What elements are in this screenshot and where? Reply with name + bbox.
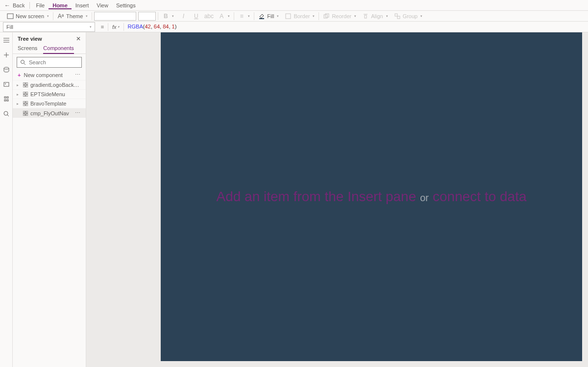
chevron-down-icon: ▾ <box>386 14 388 18</box>
group-label: Group <box>403 13 418 19</box>
align-label: Align <box>371 13 383 19</box>
divider <box>123 23 124 31</box>
strikethrough-icon: abc <box>205 13 212 20</box>
insert-rail-button[interactable] <box>2 51 10 59</box>
svg-rect-19 <box>4 100 6 101</box>
new-component-label: New component <box>24 72 63 78</box>
menu-settings[interactable]: Settings <box>112 1 140 9</box>
group-icon <box>394 13 401 20</box>
underline-icon: U <box>193 13 199 20</box>
close-icon[interactable]: ✕ <box>76 35 81 42</box>
svg-rect-1 <box>259 18 264 19</box>
new-component-button[interactable]: + New component ⋯ <box>13 70 86 80</box>
component-icon <box>23 101 28 106</box>
svg-line-22 <box>7 115 9 116</box>
chevron-right-icon: ▸ <box>17 92 21 97</box>
menu-home[interactable]: Home <box>49 1 72 9</box>
media-rail-button[interactable] <box>2 80 10 88</box>
italic-button[interactable]: I <box>177 11 190 22</box>
tree-view-rail-button[interactable] <box>2 36 10 44</box>
divider <box>318 12 319 20</box>
property-name: Fill <box>6 24 13 30</box>
menu-insert[interactable]: Insert <box>72 1 93 9</box>
svg-rect-27 <box>23 85 25 87</box>
bold-button[interactable]: B▾ <box>159 11 177 22</box>
tree-item[interactable]: ▸ EPTSideMenu <box>13 89 86 99</box>
canvas[interactable]: Add an item from the Insert pane or conn… <box>161 32 582 361</box>
fx-button[interactable]: fx ▾ <box>109 24 122 30</box>
new-screen-button[interactable]: New screen ▾ <box>4 11 52 22</box>
divider <box>92 12 92 20</box>
component-icon <box>23 91 28 97</box>
svg-rect-33 <box>23 101 25 103</box>
font-family-select[interactable] <box>94 12 136 21</box>
svg-rect-17 <box>4 97 6 98</box>
align-text-button[interactable]: ≡▾ <box>235 11 253 22</box>
tree-item[interactable]: ▸ BravoTemplate <box>13 99 86 108</box>
property-selector[interactable]: Fill ▾ <box>3 22 95 32</box>
divider <box>234 12 234 20</box>
font-size-select[interactable] <box>138 12 156 21</box>
chevron-right-icon: ▸ <box>17 102 21 106</box>
plus-icon: + <box>18 72 21 78</box>
chevron-down-icon: ▾ <box>420 14 422 18</box>
menu-file[interactable]: File <box>32 1 49 9</box>
svg-line-24 <box>24 63 25 65</box>
tab-screens[interactable]: Screens <box>18 43 37 53</box>
svg-rect-25 <box>23 82 25 84</box>
svg-rect-32 <box>26 95 28 97</box>
svg-rect-18 <box>7 97 8 98</box>
chevron-down-icon: ▾ <box>118 25 120 29</box>
tree-item-label: EPTSideMenu <box>30 91 81 97</box>
svg-rect-31 <box>23 95 25 97</box>
theme-label: Theme <box>66 13 83 19</box>
data-rail-button[interactable] <box>2 66 10 74</box>
align-button[interactable]: Align ▾ <box>359 11 391 22</box>
tree-item[interactable]: cmp_FlyOutNav ⋯ <box>13 108 86 118</box>
chevron-down-icon: ▾ <box>277 14 279 18</box>
reorder-button[interactable]: Reorder ▾ <box>320 11 359 22</box>
menu-view[interactable]: View <box>93 1 112 9</box>
strikethrough-button[interactable]: abc <box>202 11 215 22</box>
tab-components[interactable]: Components <box>43 43 74 54</box>
svg-rect-34 <box>26 101 28 103</box>
chevron-down-icon: ▾ <box>172 14 174 18</box>
underline-button[interactable]: U <box>190 11 202 22</box>
hint-insert-link[interactable]: Add an item from the Insert pane <box>216 189 416 205</box>
theme-button[interactable]: Aª Theme ▾ <box>54 11 91 22</box>
svg-rect-28 <box>26 85 28 87</box>
tree-search[interactable] <box>17 57 82 68</box>
chevron-down-icon: ▾ <box>86 14 88 18</box>
variables-rail-button[interactable] <box>2 95 10 103</box>
left-rail <box>0 32 13 367</box>
svg-rect-36 <box>26 104 28 106</box>
new-screen-icon <box>7 13 14 20</box>
svg-rect-7 <box>395 14 397 16</box>
more-icon[interactable]: ⋯ <box>75 110 81 116</box>
italic-icon: I <box>180 13 187 20</box>
chevron-down-icon: ▾ <box>313 14 315 18</box>
font-color-button[interactable]: A▾ <box>215 11 233 22</box>
fill-icon <box>258 13 265 20</box>
search-rail-button[interactable] <box>2 110 10 118</box>
tree-item[interactable]: ▸ gradientLogoBackground <box>13 80 86 89</box>
fx-label: fx <box>112 24 117 30</box>
tree-item-label: gradientLogoBackground <box>30 82 81 88</box>
chevron-right-icon: ▸ <box>17 83 21 87</box>
formula-bar: Fill ▾ = fx ▾ RGBA(42, 64, 84, 1) <box>0 22 588 32</box>
group-button[interactable]: Group ▾ <box>391 11 426 22</box>
back-button[interactable]: ← Back <box>4 2 24 9</box>
more-icon[interactable]: ⋯ <box>75 72 81 78</box>
tree-item-label: BravoTemplate <box>30 101 81 106</box>
ribbon: New screen ▾ Aª Theme ▾ B▾ I U abc A▾ ≡▾… <box>0 11 588 22</box>
reorder-label: Reorder <box>332 13 351 19</box>
border-button[interactable]: Border ▾ <box>282 11 318 22</box>
formula-input[interactable]: RGBA(42, 64, 84, 1) <box>125 24 588 30</box>
hint-connect-link[interactable]: connect to data <box>433 189 526 205</box>
fill-button[interactable]: Fill ▾ <box>255 11 282 22</box>
chevron-down-icon: ▾ <box>228 14 230 18</box>
font-color-icon: A <box>218 13 225 20</box>
svg-rect-8 <box>397 16 400 19</box>
fill-label: Fill <box>267 13 274 19</box>
divider <box>29 2 30 9</box>
